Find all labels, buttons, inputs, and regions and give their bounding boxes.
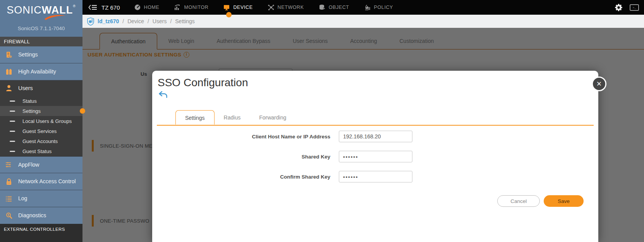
firmware-version: SonicOS 7.1.1-7040 bbox=[0, 26, 82, 31]
nav-item-network[interactable]: NETWORK bbox=[268, 4, 304, 11]
confirm-shared-key-input[interactable] bbox=[339, 171, 412, 182]
sidebar-item-appflow[interactable]: AppFlow bbox=[0, 156, 82, 173]
shared-key-label: Shared Key bbox=[152, 154, 330, 160]
selected-indicator-dot bbox=[80, 108, 85, 114]
sidebar-item-label: Users bbox=[18, 85, 33, 91]
dialog-tab-forwarding[interactable]: Forwarding bbox=[250, 110, 295, 125]
form-row: Confirm Shared Key bbox=[152, 171, 598, 182]
dialog-tab-settings[interactable]: Settings bbox=[175, 110, 215, 125]
dash-icon bbox=[10, 121, 15, 122]
dialog-form: Client Host Name or IP Address Shared Ke… bbox=[152, 131, 598, 191]
sidebar: SONICWALL® SonicOS 7.1.1-7040 FIREWALL S… bbox=[0, 0, 82, 242]
terminal-icon[interactable]: >_ bbox=[630, 4, 639, 11]
client-host-input[interactable] bbox=[339, 131, 412, 142]
high-availability-icon bbox=[5, 68, 18, 76]
client-host-label: Client Host Name or IP Address bbox=[152, 134, 330, 140]
breadcrumb-separator: / bbox=[148, 18, 149, 24]
nav-item-home[interactable]: HOME bbox=[134, 4, 160, 11]
sidebar-item-label: Guest Accounts bbox=[22, 138, 58, 144]
dash-icon bbox=[10, 151, 15, 152]
dialog-tab-radius[interactable]: Radius bbox=[215, 110, 250, 125]
sidebar-item-label: Log bbox=[18, 195, 27, 202]
topbar-right-icons: >_ bbox=[615, 0, 639, 15]
form-row: Shared Key bbox=[152, 151, 598, 162]
monitor-chart-icon bbox=[174, 4, 181, 11]
sidebar-item-label: Settings bbox=[22, 108, 41, 114]
sidebar-item-label: AppFlow bbox=[18, 162, 39, 168]
active-nav-indicator-dot bbox=[226, 12, 232, 17]
policy-icon bbox=[364, 4, 371, 11]
dash-icon bbox=[10, 141, 15, 142]
brand-registered-mark: ® bbox=[73, 4, 76, 8]
sidebar-item-high-availability[interactable]: High Availability bbox=[0, 63, 82, 80]
logo-swoosh-icon bbox=[44, 14, 66, 20]
breadcrumb-item-device[interactable]: Device bbox=[127, 18, 144, 24]
sidebar-item-label: Guest Status bbox=[22, 148, 52, 154]
nav-item-monitor[interactable]: MONITOR bbox=[174, 4, 208, 11]
confirm-shared-key-label: Confirm Shared Key bbox=[152, 174, 330, 180]
close-icon[interactable]: × bbox=[592, 77, 606, 91]
sidebar-item-network-access-control[interactable]: Network Access Control bbox=[0, 173, 82, 190]
sidebar-section-firewall: FIREWALL bbox=[0, 37, 82, 46]
sidebar-item-diagnostics[interactable]: Diagnostics bbox=[0, 207, 82, 224]
brand-logo: SONICWALL® SonicOS 7.1.1-7040 bbox=[0, 0, 82, 37]
dash-icon bbox=[10, 101, 15, 102]
sidebar-item-label: High Availability bbox=[18, 68, 56, 75]
sidebar-item-settings[interactable]: Settings bbox=[0, 46, 82, 63]
settings-gear-icon[interactable] bbox=[615, 3, 623, 12]
sidebar-section-external-controllers: EXTERNAL CONTROLLERS bbox=[0, 224, 82, 242]
nav-item-object[interactable]: OBJECT bbox=[319, 4, 349, 11]
nav-item-label: NETWORK bbox=[278, 5, 304, 10]
dialog-title: SSO Configuration bbox=[158, 77, 248, 89]
server-settings-icon bbox=[5, 51, 18, 59]
sidebar-item-users-settings[interactable]: Settings bbox=[0, 106, 82, 116]
sidebar-item-local-users-groups[interactable]: Local Users & Groups bbox=[0, 116, 82, 126]
sidebar-item-users[interactable]: Users bbox=[0, 80, 82, 96]
device-shield-icon bbox=[87, 17, 94, 26]
dialog-buttons: Cancel Save bbox=[497, 195, 584, 207]
user-icon bbox=[5, 84, 18, 92]
home-gauge-icon bbox=[134, 4, 141, 11]
breadcrumb-root[interactable]: ld_tz670 bbox=[98, 18, 119, 24]
sso-configuration-dialog: SSO Configuration × Settings Radius Forw… bbox=[152, 71, 598, 242]
sidebar-item-label: Network Access Control bbox=[18, 178, 76, 185]
diagnostics-icon bbox=[5, 212, 18, 220]
breadcrumb-separator: / bbox=[170, 18, 172, 24]
sidebar-item-guest-services[interactable]: Guest Services bbox=[0, 126, 82, 136]
breadcrumb: ld_tz670 / Device / Users / Settings bbox=[82, 15, 644, 28]
nav-item-label: HOME bbox=[144, 5, 160, 10]
dialog-tab-bar: Settings Radius Forwarding bbox=[157, 110, 594, 126]
nav-item-label: DEVICE bbox=[233, 5, 252, 10]
sidebar-item-label: Settings bbox=[18, 51, 38, 58]
dash-icon bbox=[10, 131, 15, 132]
device-model-label: TZ 670 bbox=[101, 4, 120, 11]
save-button[interactable]: Save bbox=[544, 195, 584, 207]
shared-key-input[interactable] bbox=[339, 151, 412, 162]
sidebar-item-users-status[interactable]: Status bbox=[0, 96, 82, 106]
nav-item-label: MONITOR bbox=[184, 5, 208, 10]
nav-item-policy[interactable]: POLICY bbox=[364, 4, 393, 11]
collapse-menu-icon[interactable] bbox=[88, 4, 98, 10]
main-nav: HOME MONITOR DEVICE NETWORK OBJECT POLIC… bbox=[134, 4, 393, 11]
nav-item-label: OBJECT bbox=[329, 5, 349, 10]
breadcrumb-separator: / bbox=[122, 18, 124, 24]
appflow-icon bbox=[5, 161, 18, 169]
network-icon bbox=[268, 4, 275, 11]
nav-item-device[interactable]: DEVICE bbox=[223, 4, 252, 11]
cancel-button[interactable]: Cancel bbox=[497, 195, 540, 207]
sidebar-item-label: Local Users & Groups bbox=[22, 118, 72, 124]
sidebar-item-guest-status[interactable]: Guest Status bbox=[0, 146, 82, 156]
lock-icon bbox=[5, 178, 18, 186]
sidebar-item-label: Diagnostics bbox=[18, 212, 46, 219]
breadcrumb-item-users[interactable]: Users bbox=[153, 18, 167, 24]
sidebar-item-guest-accounts[interactable]: Guest Accounts bbox=[0, 136, 82, 146]
topbar: TZ 670 HOME MONITOR DEVICE NETWORK OBJEC… bbox=[82, 0, 644, 15]
breadcrumb-item-settings[interactable]: Settings bbox=[175, 18, 195, 24]
back-arrow-icon[interactable] bbox=[158, 91, 168, 100]
sidebar-item-log[interactable]: Log bbox=[0, 190, 82, 207]
log-icon bbox=[5, 195, 18, 203]
dash-icon bbox=[10, 111, 15, 112]
form-row: Client Host Name or IP Address bbox=[152, 131, 598, 142]
object-storage-icon bbox=[319, 4, 326, 11]
sidebar-item-label: Guest Services bbox=[22, 128, 57, 134]
